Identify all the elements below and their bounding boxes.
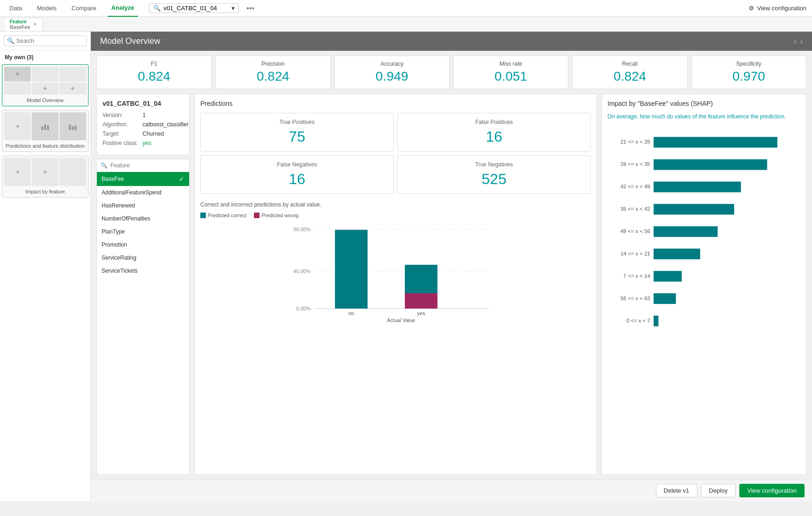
model-info-card: v01_CATBC_01_04 Version: 1 Algorithm: ca…	[96, 94, 190, 155]
sidebar: 🔍 My own (3) ✦ ✦ ✦	[0, 32, 91, 501]
view-configuration-button[interactable]: View configuration	[739, 484, 805, 497]
sidebar-search-input[interactable]	[16, 38, 83, 44]
feature-item-servicerating[interactable]: ServiceRating	[97, 251, 189, 264]
metric-accuracy-label: Accuracy	[341, 61, 444, 67]
sheet-predictions[interactable]: ✦	[2, 110, 89, 152]
feature-check-icon: ✓	[179, 175, 184, 183]
metric-recall-label: Recall	[578, 61, 681, 67]
more-options-icon[interactable]: •••	[246, 4, 254, 13]
shap-chart-svg: 21 <= x < 28 28 <= x < 35 42 <= x < 49 3…	[607, 128, 800, 361]
page-title: Model Overview	[100, 36, 160, 46]
feature-item-servicetickets[interactable]: ServiceTickets	[97, 264, 189, 277]
metric-accuracy: Accuracy 0.949	[334, 55, 450, 89]
sidebar-sheets: ✦ ✦ ✦ Model Overview	[0, 62, 90, 501]
tab-sub: BaseFee	[10, 24, 30, 30]
metric-specificity-value: 0.970	[697, 69, 800, 84]
svg-text:yes: yes	[417, 310, 425, 316]
metric-f1-value: 0.824	[102, 69, 205, 84]
svg-text:45.00%: 45.00%	[293, 268, 311, 274]
version-value: 1	[143, 112, 146, 118]
svg-rect-32	[654, 316, 658, 326]
metric-miss-rate-value: 0.051	[459, 69, 562, 84]
feature-name-0: BaseFee	[102, 176, 124, 182]
metric-precision: Precision 0.824	[215, 55, 330, 89]
model-search-input[interactable]	[164, 5, 229, 12]
next-arrow[interactable]: ›	[800, 37, 803, 46]
shap-title: Impact by "BaseFee" values (SHAP)	[607, 100, 800, 107]
cm-false-positives: False Positives 16	[397, 113, 591, 151]
legend-correct-box	[200, 213, 206, 218]
cm-false-negatives: False Negatives 16	[200, 155, 394, 194]
svg-text:14 <= x < 21: 14 <= x < 21	[621, 251, 650, 256]
predictions-title: Predictions	[200, 100, 591, 107]
sheet3-icon: ✦	[15, 168, 20, 176]
feature-item-additionalfeaturespend[interactable]: AdditionalFeatureSpend	[97, 186, 189, 199]
sheet-impact[interactable]: ✦ ✦ Impact by feature	[2, 156, 89, 198]
shap-subtitle-link[interactable]: the prediction	[751, 113, 785, 120]
svg-text:56 <= x < 63: 56 <= x < 63	[621, 296, 650, 301]
search-icon: 🔍	[7, 37, 14, 44]
delete-button[interactable]: Delete v1	[656, 484, 697, 497]
model-search-box: 🔍 ▾	[149, 3, 239, 13]
cm-tp-label: True Positives	[206, 119, 388, 125]
nav-arrows: ‹ ›	[794, 37, 803, 46]
sheet-name-1: Predictions and feature distribution	[4, 142, 86, 150]
cm-fp-value: 16	[403, 128, 585, 145]
metric-precision-value: 0.824	[221, 69, 324, 84]
feature-name-1: AdditionalFeatureSpend	[102, 189, 162, 196]
feature-search-area: 🔍	[97, 159, 189, 172]
nav-data[interactable]: Data	[6, 0, 26, 17]
model-overview-header: Model Overview ‹ ›	[91, 32, 812, 51]
nav-models[interactable]: Models	[33, 0, 60, 17]
shap-panel: Impact by "BaseFee" values (SHAP) On ave…	[601, 94, 806, 475]
model-algorithm-row: Algorithm: catboost_classifier	[102, 121, 184, 128]
metric-f1-label: F1	[102, 61, 205, 67]
svg-rect-26	[654, 248, 700, 259]
left-panel: v01_CATBC_01_04 Version: 1 Algorithm: ca…	[96, 94, 190, 475]
shap-subtitle: On average, how much do values of the fe…	[607, 113, 800, 121]
sheet-icon: ✦	[14, 69, 21, 79]
bar-chart-svg: 90.00% 45.00% 0.00%	[200, 222, 591, 324]
sheet-model-overview[interactable]: ✦ ✦ ✦ Model Overview	[2, 64, 89, 106]
svg-text:49 <= x < 56: 49 <= x < 56	[621, 228, 650, 234]
algorithm-label: Algorithm:	[102, 121, 140, 128]
svg-rect-22	[654, 204, 734, 214]
dropdown-icon[interactable]: ▾	[232, 5, 235, 12]
svg-rect-1	[44, 124, 46, 130]
feature-list-card: 🔍 BaseFee ✓ AdditionalFeatureSpend HasRe…	[96, 159, 190, 475]
tab-close-icon[interactable]: ×	[33, 21, 37, 28]
cm-tn-label: True Negatives	[403, 161, 585, 168]
feature-item-plantype[interactable]: PlanType	[97, 225, 189, 238]
feature-item-promotion[interactable]: Promotion	[97, 238, 189, 251]
nav-compare[interactable]: Compare	[68, 0, 100, 17]
view-config-button[interactable]: ⚙ View configuration	[749, 5, 806, 12]
main-layout: 🔍 My own (3) ✦ ✦ ✦	[0, 32, 812, 501]
svg-text:42 <= x < 49: 42 <= x < 49	[621, 184, 650, 189]
svg-text:Actual Value: Actual Value	[387, 317, 416, 323]
feature-item-basefee[interactable]: BaseFee ✓	[97, 172, 189, 186]
sheet2-icon: ✦	[15, 123, 20, 130]
metric-specificity-label: Specificity	[697, 61, 800, 67]
model-target-row: Target: Churned	[102, 131, 184, 137]
svg-rect-30	[654, 293, 676, 304]
feature-search-input[interactable]	[110, 162, 185, 169]
deploy-button[interactable]: Deploy	[701, 484, 736, 497]
cm-true-positives: True Positives 75	[200, 113, 394, 151]
nav-analyze[interactable]: Analyze	[108, 0, 138, 17]
top-nav: Data Models Compare Analyze 🔍 ▾ ••• ⚙ Vi…	[0, 0, 812, 17]
sheet-name-2: Impact by feature	[4, 188, 86, 195]
model-version-row: Version: 1	[102, 112, 184, 118]
svg-text:35 <= x < 42: 35 <= x < 42	[621, 206, 650, 212]
svg-rect-5	[75, 125, 76, 130]
panels: v01_CATBC_01_04 Version: 1 Algorithm: ca…	[91, 94, 812, 480]
legend-correct-label: Predicted correct	[208, 213, 246, 218]
feature-item-hasrenewed[interactable]: HasRenewed	[97, 199, 189, 212]
bottom-bar: Delete v1 Deploy View configuration	[91, 480, 812, 501]
sidebar-search-area: 🔍	[0, 32, 90, 50]
prev-arrow[interactable]: ‹	[794, 37, 796, 46]
bar-chart-icon	[41, 123, 50, 130]
tab-feature-basefee[interactable]: Feature BaseFee ×	[4, 18, 43, 31]
cm-fp-label: False Positives	[403, 119, 585, 125]
feature-item-numberofpenalties[interactable]: NumberOfPenalties	[97, 212, 189, 225]
metric-precision-label: Precision	[221, 61, 324, 67]
